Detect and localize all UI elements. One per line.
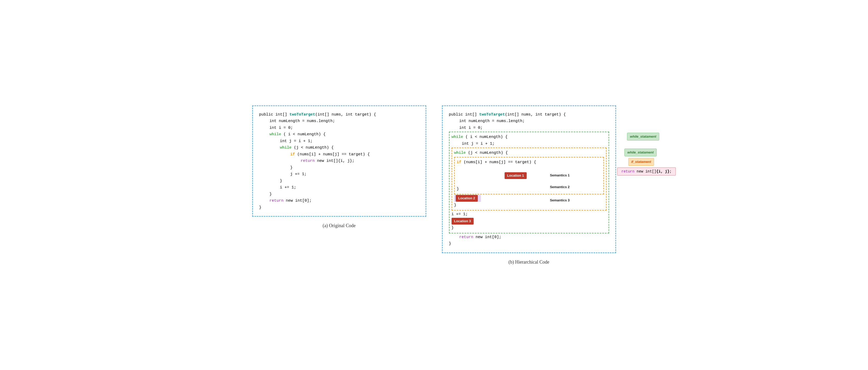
while-kw-2: while (280, 145, 292, 150)
line-7: return new int[]{i, j}; (259, 158, 419, 165)
line-12: } (259, 191, 419, 198)
line-13: return new int[0]; (259, 198, 419, 204)
if-box: if_statament if (nums[i] + nums[j] == ta… (454, 157, 604, 195)
return-kw-1: return (301, 159, 315, 163)
line-1: int numLength = nums.length; (259, 118, 419, 125)
if-kw-r: if (457, 160, 461, 165)
r-line-0: public int[] twoToTarget(int[] nums, int… (449, 111, 609, 118)
r-line-11: i += 1; (452, 211, 607, 218)
r-line-11b: Location 3 (452, 218, 607, 225)
return-box-right: return new int[]{i, j}; (617, 167, 676, 176)
return-kw-2: return (270, 199, 284, 203)
line-11: i += 1; (259, 184, 419, 191)
while-kw-1: while (270, 132, 281, 137)
r-line-4: int j = i + 1; (452, 141, 607, 147)
if-statement-label: if_statament (628, 158, 654, 166)
line-10: } (259, 178, 419, 184)
while-statement-label-2: while_statament (624, 148, 656, 156)
outer-while-box: while_statament while ( i < numLength) {… (449, 132, 609, 233)
return-kw-r: return (459, 235, 473, 239)
line-4: int j = i + 1; (259, 138, 419, 145)
line-6: if (nums[i] + nums[j] == target) { (259, 151, 419, 158)
while-statement-label-1: while_statament (627, 133, 659, 141)
r-line-13: return new int[0]; (449, 234, 609, 241)
r-line-9: Location 2 (454, 195, 604, 202)
left-caption: (a) Original Code (322, 223, 355, 228)
main-container: public int[] twoToTarget(int[] nums, int… (252, 105, 616, 265)
if-kw: if (290, 152, 295, 156)
r-line-5: while (j < numLength) { (454, 150, 604, 156)
inner-while-box: while_statament while (j < numLength) { … (452, 147, 607, 210)
fn-name-left: twoToTarget (289, 112, 315, 117)
location-1-badge: Location 1 (504, 172, 527, 179)
right-code-box: public int[] twoToTarget(int[] nums, int… (442, 105, 616, 253)
r-line-14: } (449, 240, 609, 247)
return-box-text: new int[]{i, j}; (634, 169, 672, 174)
r-line-3: while ( i < numLength) { (452, 134, 607, 141)
r-line-10: } (454, 202, 604, 209)
r-line-2: int i = 0; (449, 125, 609, 132)
line-8: } (259, 165, 419, 171)
while-kw-r2: while (454, 151, 466, 155)
r-line-6: if (nums[i] + nums[j] == target) { (457, 159, 601, 166)
right-panel: public int[] twoToTarget(int[] nums, int… (442, 105, 616, 265)
line-0: public int[] twoToTarget(int[] nums, int… (259, 111, 419, 118)
r-line-1: int numLength = nums.length; (449, 118, 609, 125)
r-line-12: } (452, 225, 607, 231)
line-2: int i = 0; (259, 125, 419, 132)
j-plus-highlight: Location 2 (454, 195, 481, 202)
return-kw-box: return (621, 169, 634, 174)
location-2-badge: Location 2 (456, 195, 478, 202)
line-3: while ( i < numLength) { (259, 131, 419, 138)
line-14: } (259, 204, 419, 211)
location-3-badge: Location 3 (452, 218, 474, 225)
line-9: j += 1; (259, 171, 419, 178)
left-panel: public int[] twoToTarget(int[] nums, int… (252, 105, 426, 229)
r-line-8: } (457, 186, 601, 193)
left-code-box: public int[] twoToTarget(int[] nums, int… (252, 105, 426, 217)
fn-name-right: twoToTarget (479, 112, 505, 117)
while-kw-r1: while (452, 135, 463, 139)
r-line-7: Location 1 (457, 166, 601, 186)
line-5: while (j < numLength) { (259, 144, 419, 151)
right-caption: (b) Hierarchical Code (508, 259, 549, 265)
